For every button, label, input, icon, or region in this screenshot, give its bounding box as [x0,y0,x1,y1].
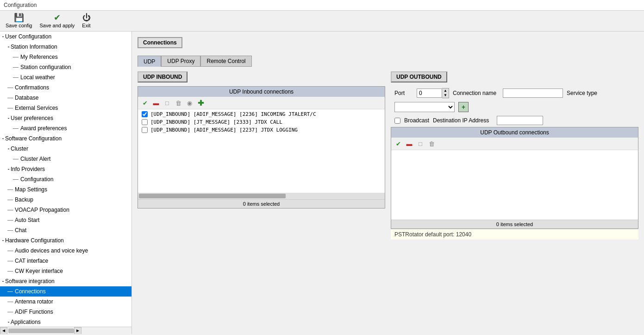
sidebar-item-cluster-alert[interactable]: —Cluster Alert [0,154,131,164]
window-title: Configuration [4,2,37,8]
tab-bar: UDPUDP ProxyRemote Control [138,56,638,67]
sidebar-item-software-integration[interactable]: ⁃Software integration [0,276,131,286]
sidebar-item-adif-functions[interactable]: —ADIF Functions [0,307,131,317]
sidebar-item-applications[interactable]: ⁃Applications [0,317,131,327]
udp-outbound-panel: UDP OUTBOUND Port ▲ ▼ Connection name Se… [391,71,638,240]
connection-name-input[interactable] [503,88,563,98]
sidebar-item-user-config[interactable]: ⁃User Configuration [0,32,131,42]
list-item-text: [UDP_INBOUND] [ADIF_MESSAGE] [2236] INCO… [150,111,316,117]
sidebar-item-cw-keyer[interactable]: —CW Keyer interface [0,266,131,276]
dest-ip-input[interactable]: 127.0.0.1 [497,116,543,125]
save-icon: 💾 [14,13,24,22]
sidebar-item-antenna-rotator[interactable]: —Antenna rotator [0,297,131,307]
sidebar-item-connections[interactable]: —Connections [0,286,131,297]
sidebar-container: ⁃User Configuration⁃Station Information—… [0,32,131,334]
sidebar-horizontal-scrollbar[interactable]: ◀ ▶ [0,327,131,334]
port-input[interactable] [417,88,442,98]
list-item-checkbox[interactable] [142,111,148,117]
list-item-checkbox[interactable] [142,119,148,125]
outbound-delete-icon[interactable]: 🗑 [427,139,436,148]
sidebar-item-auto-start[interactable]: —Auto Start [0,215,131,225]
inbound-status: 0 items selected [138,199,385,208]
outbound-note: PSTRotator default port: 12040 [391,229,638,240]
sidebar-item-label: Info Providers [11,166,45,172]
port-spinbox: ▲ ▼ [417,88,449,98]
udp-inbound-box: UDP Inbound connections ✔ ▬ □ 🗑 ◉ ✚ [UDP… [138,86,385,209]
sidebar-item-map-settings[interactable]: —Map Settings [0,184,131,195]
sidebar-item-label: Software integration [5,278,55,284]
inbound-plus-icon[interactable]: ✚ [196,99,205,107]
list-item-checkbox[interactable] [142,127,148,133]
power-icon: ⏻ [82,13,91,22]
two-column-layout: UDP INBOUND UDP Inbound connections ✔ ▬ … [138,71,638,240]
save-apply-button[interactable]: ✔ Save and apply [39,13,75,28]
sidebar-item-label: Configuration [20,176,53,183]
sidebar-item-voacap[interactable]: —VOACAP Propagation [0,205,131,215]
exit-button[interactable]: ⏻ Exit [82,13,90,28]
inbound-hscroll-thumb[interactable] [139,194,286,198]
bullet-icon: — [7,84,13,91]
sidebar-item-user-preferences[interactable]: ⁃User preferences [0,113,131,123]
sidebar-item-label: Connections [15,288,46,295]
sidebar-item-label: Station Information [11,44,57,50]
sidebar-item-software-config[interactable]: ⁃Software Configuration [0,133,131,144]
udp-outbound-header: UDP OUTBOUND [391,71,447,82]
sidebar-item-confirmations[interactable]: —Confirmations [0,82,131,93]
exit-label: Exit [82,23,90,28]
sidebar-item-award-preferences[interactable]: —Award preferences [0,123,131,133]
sidebar-item-chat[interactable]: —Chat [0,225,131,235]
udp-outbound-box: UDP Outbound connections ✔ ▬ □ 🗑 0 items… [391,127,638,229]
tab-udp[interactable]: UDP [138,56,161,67]
expand-icon: ⁃ [7,320,10,325]
list-item[interactable]: [UDP_INBOUND] [ADIF_MESSAGE] [2237] JTDX… [139,126,384,134]
scroll-thumb[interactable] [8,329,74,333]
expand-icon: ⁃ [7,116,10,121]
sidebar-item-local-weather[interactable]: —Local weather [0,72,131,82]
outbound-remove-icon[interactable]: ▬ [405,139,413,148]
toolbar: 💾 Save config ✔ Save and apply ⏻ Exit [0,11,644,32]
inbound-delete-icon[interactable]: 🗑 [174,99,182,107]
inbound-copy-icon[interactable]: □ [163,99,171,107]
sidebar-item-info-config[interactable]: —Configuration [0,174,131,184]
scroll-left-arrow[interactable]: ◀ [0,327,7,335]
bullet-icon: — [7,258,13,264]
port-label: Port [394,90,413,96]
service-type-select[interactable] [394,102,455,112]
expand-icon: ⁃ [2,279,4,284]
sidebar-item-backup[interactable]: —Backup [0,195,131,205]
sidebar-item-database[interactable]: —Database [0,93,131,103]
outbound-add-icon[interactable]: ✔ [394,139,402,148]
tab-remote-control[interactable]: Remote Control [200,56,251,67]
outbound-add-button[interactable]: + [458,102,469,112]
sidebar-item-info-providers[interactable]: ⁃Info Providers [0,164,131,174]
sidebar-item-external-services[interactable]: —External Services [0,103,131,113]
bullet-icon: — [7,217,13,223]
sidebar-item-station-cfg[interactable]: —Station configuration [0,62,131,72]
outbound-copy-icon[interactable]: □ [416,139,425,148]
tab-udp-proxy[interactable]: UDP Proxy [161,56,200,67]
port-spin-down[interactable]: ▼ [442,93,449,98]
list-item[interactable]: [UDP_INBOUND] [ADIF_MESSAGE] [2236] INCO… [139,110,384,118]
list-item[interactable]: [UDP_INBOUND] [JT_MESSAGE] [2333] JTDX C… [139,118,384,126]
save-config-button[interactable]: 💾 Save config [6,13,32,28]
port-spin-up[interactable]: ▲ [442,88,449,93]
sidebar-item-label: Antenna rotator [15,298,53,305]
inbound-disable-icon[interactable]: ◉ [185,99,194,107]
inbound-add-icon[interactable]: ✔ [141,99,149,107]
sidebar-item-label: Confirmations [15,84,49,91]
connection-name-label: Connection name [453,90,499,96]
sidebar-item-cat-interface[interactable]: —CAT interface [0,256,131,266]
inbound-remove-icon[interactable]: ▬ [152,99,160,107]
sidebar-item-my-refs[interactable]: —My References [0,52,131,62]
sidebar-item-audio-devices[interactable]: —Audio devices and voice keye [0,246,131,256]
bullet-icon: — [7,309,13,315]
scroll-right-arrow[interactable]: ▶ [74,327,81,335]
sidebar-item-cluster[interactable]: ⁃Cluster [0,144,131,154]
bullet-icon: — [13,125,19,132]
sidebar-item-station-info[interactable]: ⁃Station Information [0,42,131,52]
sidebar-item-hardware-config[interactable]: ⁃Hardware Configuration [0,235,131,246]
bullet-icon: — [13,74,19,81]
inbound-hscroll[interactable] [138,193,385,199]
broadcast-checkbox[interactable] [394,118,400,124]
title-bar: Configuration [0,0,644,11]
